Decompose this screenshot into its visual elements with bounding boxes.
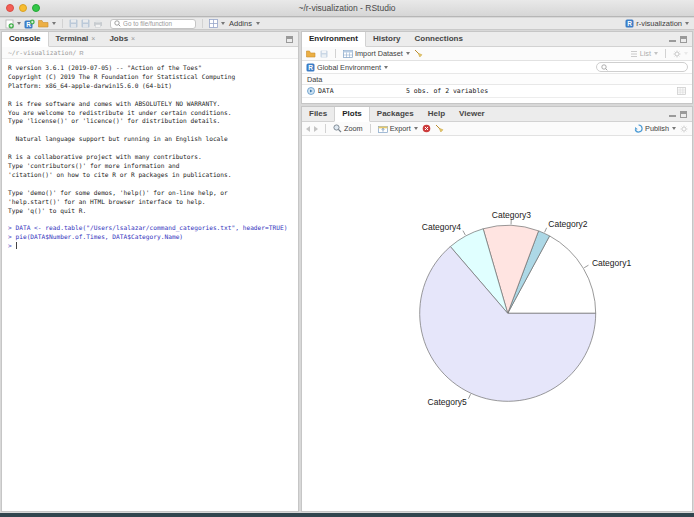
toolbar-separator xyxy=(665,49,666,58)
tab-console-label: Console xyxy=(9,32,41,46)
console-line xyxy=(8,144,298,153)
working-dir-path: ~/r-visualization/ xyxy=(8,49,76,56)
tab-history-label: History xyxy=(373,32,401,46)
tab-files[interactable]: Files xyxy=(302,107,334,121)
list-label: List xyxy=(640,49,651,58)
next-plot-button[interactable] xyxy=(314,126,318,132)
console-line: Platform: x86_64-apple-darwin15.6.0 (64-… xyxy=(8,82,298,91)
pie-label: Category2 xyxy=(548,219,587,229)
pie-label-tick xyxy=(545,228,547,233)
env-refresh-menu-button[interactable] xyxy=(673,50,688,58)
import-dataset-button[interactable]: Import Dataset xyxy=(343,49,410,58)
goto-file-search[interactable] xyxy=(110,19,196,29)
minimize-pane-icon[interactable] xyxy=(669,36,676,43)
search-icon xyxy=(601,64,608,71)
publish-plot-button[interactable]: Publish xyxy=(634,124,676,133)
tab-files-label: Files xyxy=(309,107,327,121)
search-icon xyxy=(114,20,121,27)
console-line xyxy=(8,126,298,135)
project-menu-button[interactable]: R r-visualization xyxy=(625,19,689,28)
tab-plots[interactable]: Plots xyxy=(334,107,370,122)
environment-scope-row: R Global Environment xyxy=(302,61,692,74)
console-line: 'help.start()' for an HTML browser inter… xyxy=(8,198,298,207)
environment-toolbar: Import Dataset List xyxy=(302,47,692,61)
forward-arrow-icon xyxy=(314,126,318,132)
svg-text:R: R xyxy=(308,64,313,71)
maximize-pane-icon[interactable] xyxy=(286,36,293,43)
toolbar-separator xyxy=(202,19,203,28)
tab-jobs[interactable]: Jobs × xyxy=(102,32,142,46)
object-summary: 5 obs. of 2 variables xyxy=(406,87,542,95)
console-panel: Console Terminal × Jobs × ~/r-visualizat… xyxy=(1,31,299,512)
object-name: DATA xyxy=(318,87,334,95)
console-line: Type 'demo()' for some demos, 'help()' f… xyxy=(8,189,298,198)
new-file-button[interactable] xyxy=(5,19,21,29)
tab-history[interactable]: History xyxy=(366,32,408,46)
export-plot-button[interactable]: Export xyxy=(378,124,418,133)
save-all-button[interactable] xyxy=(81,19,90,28)
console-line: Natural language support but running in … xyxy=(8,135,298,144)
svg-text:R: R xyxy=(627,20,632,27)
tab-terminal[interactable]: Terminal × xyxy=(49,32,103,46)
remove-plot-icon xyxy=(422,124,431,133)
env-save-button[interactable] xyxy=(320,50,328,58)
console-line: Type 'contributors()' for more informati… xyxy=(8,162,298,171)
workspace-panes-button[interactable] xyxy=(209,19,225,28)
save-button[interactable] xyxy=(69,19,78,28)
clear-all-plots-button[interactable] xyxy=(435,124,444,133)
toolbar-separator xyxy=(325,124,326,133)
previous-plot-button[interactable] xyxy=(306,126,310,132)
plots-toolbar: Zoom Export Publish xyxy=(302,122,692,136)
console-line xyxy=(8,180,298,189)
console-line: 'citation()' on how to cite R or R packa… xyxy=(8,171,298,180)
environment-search[interactable] xyxy=(596,62,688,72)
import-table-icon xyxy=(343,50,353,58)
clear-environment-button[interactable] xyxy=(414,49,423,58)
save-icon xyxy=(320,50,328,58)
scope-label: Global Environment xyxy=(317,63,381,72)
minimize-pane-icon[interactable] xyxy=(669,111,676,118)
close-tab-icon[interactable]: × xyxy=(131,32,135,46)
tab-connections-label: Connections xyxy=(414,32,462,46)
tab-environment[interactable]: Environment xyxy=(302,32,366,47)
tab-viewer[interactable]: Viewer xyxy=(452,107,492,121)
pie-chart: Category1Category2Category3Category4Cate… xyxy=(302,136,693,510)
new-project-button[interactable]: R xyxy=(24,19,35,29)
publish-label: Publish xyxy=(645,124,669,133)
tab-viewer-label: Viewer xyxy=(459,107,485,121)
project-label: r-visualization xyxy=(636,19,682,28)
tab-packages[interactable]: Packages xyxy=(370,107,421,121)
env-open-button[interactable] xyxy=(306,50,316,58)
close-tab-icon[interactable]: × xyxy=(91,32,95,46)
open-file-button[interactable] xyxy=(38,19,56,28)
goto-file-input[interactable] xyxy=(123,20,193,27)
console-line: Copyright (C) 2019 The R Foundation for … xyxy=(8,73,298,82)
tab-connections[interactable]: Connections xyxy=(407,32,469,46)
addins-button[interactable]: Addins xyxy=(228,19,260,28)
env-display-mode-button[interactable]: List xyxy=(630,49,658,58)
console-line: R is a collaborative project with many c… xyxy=(8,153,298,162)
pie-label: Category3 xyxy=(492,210,531,220)
environment-scope-button[interactable]: R Global Environment xyxy=(306,63,388,72)
print-button[interactable] xyxy=(93,19,103,28)
maximize-pane-icon[interactable] xyxy=(680,111,687,118)
refresh-plot-button[interactable] xyxy=(680,125,688,133)
remove-plot-button[interactable] xyxy=(422,124,431,133)
expand-object-icon[interactable] xyxy=(307,87,315,95)
tab-console[interactable]: Console xyxy=(2,32,49,47)
list-icon xyxy=(630,50,638,58)
print-icon xyxy=(93,19,103,28)
plot-area[interactable]: Category1Category2Category3Category4Cate… xyxy=(302,136,692,511)
console-output[interactable]: R version 3.6.1 (2019-07-05) -- "Action … xyxy=(2,59,298,511)
console-tabbar: Console Terminal × Jobs × xyxy=(2,32,298,47)
export-label: Export xyxy=(390,124,411,133)
r-session-icon: R xyxy=(79,50,83,56)
environment-object-row[interactable]: DATA 5 obs. of 2 variables xyxy=(302,85,692,98)
zoom-plot-button[interactable]: Zoom xyxy=(333,124,363,133)
view-data-icon[interactable] xyxy=(677,87,686,95)
toolbar-separator xyxy=(335,49,336,58)
maximize-pane-icon[interactable] xyxy=(680,36,687,43)
tab-help-label: Help xyxy=(428,107,445,121)
magnifier-icon xyxy=(333,124,342,133)
tab-help[interactable]: Help xyxy=(421,107,452,121)
